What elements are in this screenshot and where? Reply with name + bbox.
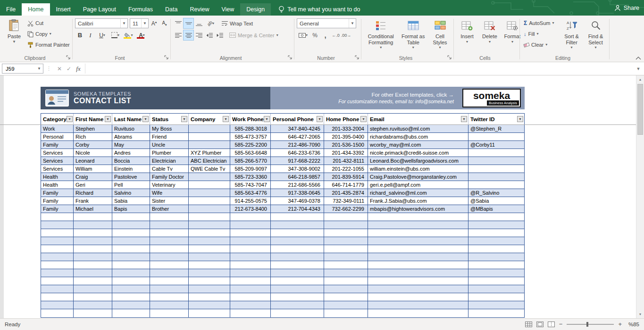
table-cell[interactable] xyxy=(468,253,524,261)
table-cell[interactable] xyxy=(150,237,189,245)
filter-button[interactable]: ▼ xyxy=(223,116,229,122)
table-cell[interactable]: 201-333-2004 xyxy=(324,125,368,132)
table-cell[interactable]: 201-432-8111 xyxy=(324,157,368,165)
scrollbar-thumb[interactable] xyxy=(637,84,643,135)
table-cell[interactable] xyxy=(41,293,74,301)
number-dialog-launcher[interactable] xyxy=(354,55,360,60)
table-cell[interactable] xyxy=(368,301,468,309)
table-cell[interactable] xyxy=(189,277,230,285)
cell-styles-button[interactable]: Cell Styles ▾ xyxy=(428,17,452,54)
cancel-entry-button[interactable]: ✕ xyxy=(55,66,64,72)
tab-formulas[interactable]: Formulas xyxy=(122,3,159,16)
table-cell[interactable]: ABC Electrician xyxy=(189,157,230,165)
table-row[interactable]: HealthCraigPastoloveFamily Doctor585-723… xyxy=(41,173,524,181)
table-cell[interactable] xyxy=(41,213,74,221)
table-cell[interactable] xyxy=(324,221,368,229)
scroll-up-arrow[interactable]: ▲ xyxy=(636,75,644,83)
table-row[interactable] xyxy=(41,293,524,301)
table-cell[interactable] xyxy=(368,253,468,261)
paste-button[interactable]: Paste ▼ xyxy=(3,17,25,54)
table-cell[interactable] xyxy=(74,229,112,237)
fill-button[interactable]: ↓ Fill ▾ xyxy=(522,29,559,39)
table-row[interactable]: FamilyFrankSabiaSister914-255-0575347-46… xyxy=(41,197,524,205)
tab-review[interactable]: Review xyxy=(184,3,215,16)
table-cell[interactable] xyxy=(368,213,468,221)
table-cell[interactable]: Services xyxy=(41,157,74,165)
table-cell[interactable] xyxy=(271,293,324,301)
table-cell[interactable] xyxy=(150,301,189,309)
zoom-level[interactable]: %85 xyxy=(626,322,639,327)
table-cell[interactable] xyxy=(189,197,230,205)
table-cell[interactable] xyxy=(189,133,230,140)
table-cell[interactable] xyxy=(112,261,150,269)
table-cell[interactable]: 732-662-2299 xyxy=(324,205,368,213)
table-cell[interactable] xyxy=(189,237,230,245)
filter-button[interactable]: ▼ xyxy=(105,116,111,122)
tab-insert[interactable]: Insert xyxy=(50,3,77,16)
table-cell[interactable]: Nicole xyxy=(74,149,112,157)
table-cell[interactable]: Andres xyxy=(112,149,150,157)
table-cell[interactable]: Services xyxy=(41,149,74,157)
table-cell[interactable]: Sister xyxy=(150,197,189,205)
table-cell[interactable] xyxy=(150,269,189,277)
table-cell[interactable]: @R_Salvino xyxy=(468,189,524,197)
table-cell[interactable] xyxy=(324,277,368,285)
zoom-in-button[interactable]: + xyxy=(618,322,622,327)
table-cell[interactable]: Uncle xyxy=(150,141,189,148)
page-break-view-button[interactable] xyxy=(548,322,555,327)
table-cell[interactable] xyxy=(230,309,271,317)
table-cell[interactable] xyxy=(112,213,150,221)
table-cell[interactable] xyxy=(368,229,468,237)
tab-home[interactable]: Home xyxy=(22,3,50,16)
table-cell[interactable] xyxy=(150,253,189,261)
table-cell[interactable]: 585-473-3757 xyxy=(230,133,271,140)
table-cell[interactable]: @Sabia xyxy=(468,197,524,205)
table-cell[interactable] xyxy=(324,261,368,269)
table-cell[interactable]: 646-233-6736 xyxy=(271,149,324,157)
table-cell[interactable] xyxy=(41,301,74,309)
table-cell[interactable]: 212-704-4343 xyxy=(271,205,324,213)
table-cell[interactable] xyxy=(112,301,150,309)
table-cell[interactable] xyxy=(324,245,368,253)
page-layout-view-button[interactable] xyxy=(536,322,544,327)
table-cell[interactable] xyxy=(271,213,324,221)
table-cell[interactable] xyxy=(230,213,271,221)
table-cell[interactable] xyxy=(230,293,271,301)
table-cell[interactable]: 201-222-1055 xyxy=(324,165,368,173)
table-cell[interactable] xyxy=(468,285,524,293)
table-cell[interactable] xyxy=(368,277,468,285)
table-cell[interactable]: richardabrams@ubs.com xyxy=(368,133,468,140)
table-cell[interactable]: Personal xyxy=(41,133,74,140)
table-row[interactable] xyxy=(41,285,524,293)
enter-entry-button[interactable]: ✓ xyxy=(64,66,74,72)
table-cell[interactable] xyxy=(324,229,368,237)
table-row[interactable] xyxy=(41,213,524,221)
table-cell[interactable]: 212-486-7090 xyxy=(271,141,324,148)
table-cell[interactable] xyxy=(112,229,150,237)
table-cell[interactable]: Geri xyxy=(74,181,112,189)
table-cell[interactable] xyxy=(468,149,524,157)
table-row[interactable]: FamilyRichardSalvinoWife585-563-4776917-… xyxy=(41,189,524,197)
table-cell[interactable]: Frank.J.Sabia@ubs.com xyxy=(368,197,468,205)
table-cell[interactable] xyxy=(41,277,74,285)
table-cell[interactable] xyxy=(189,285,230,293)
decrease-indent-button[interactable] xyxy=(204,30,214,40)
table-cell[interactable] xyxy=(150,285,189,293)
table-cell[interactable] xyxy=(189,205,230,213)
table-row[interactable] xyxy=(41,221,524,229)
table-cell[interactable] xyxy=(112,277,150,285)
promo-line-1[interactable]: For other Excel templates, click → xyxy=(372,92,454,98)
table-cell[interactable] xyxy=(230,245,271,253)
table-row[interactable]: PersonalRichAbramsFriend585-473-3757646-… xyxy=(41,133,524,141)
underline-button[interactable]: U▾ xyxy=(96,30,109,40)
table-row[interactable]: HealthGeriPellVeterinary585-743-7047212-… xyxy=(41,181,524,189)
table-cell[interactable] xyxy=(189,245,230,253)
table-cell[interactable] xyxy=(468,245,524,253)
table-cell[interactable] xyxy=(368,261,468,269)
table-cell[interactable]: 201-839-5914 xyxy=(324,173,368,181)
table-cell[interactable] xyxy=(74,221,112,229)
table-cell[interactable] xyxy=(230,221,271,229)
table-row[interactable]: ServicesLeonardBocciaElectricianABC Elec… xyxy=(41,157,524,165)
table-cell[interactable] xyxy=(150,213,189,221)
table-cell[interactable] xyxy=(74,293,112,301)
